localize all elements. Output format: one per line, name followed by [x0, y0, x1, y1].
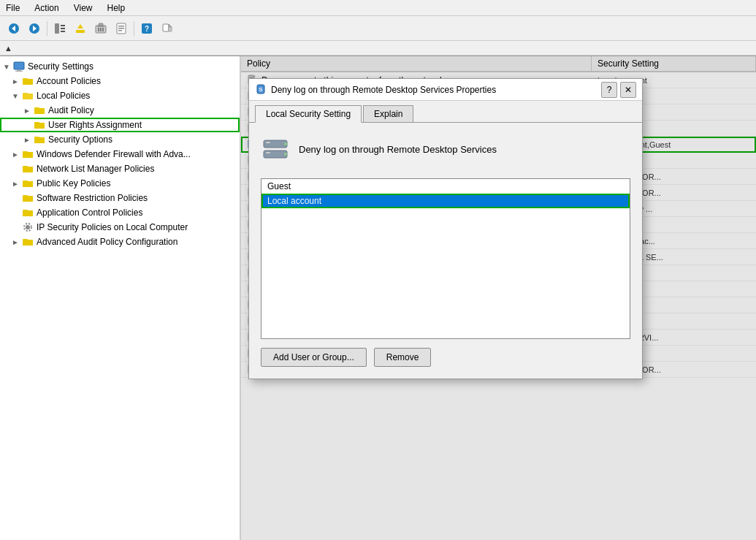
svg-rect-24	[169, 27, 172, 31]
menu-help[interactable]: Help	[104, 1, 129, 15]
tree-item-local-policies[interactable]: ▼ Local Policies	[0, 88, 240, 103]
show-hide-button[interactable]	[50, 19, 69, 38]
svg-text:S: S	[259, 86, 263, 93]
menu-action[interactable]: Action	[31, 1, 61, 15]
menu-view[interactable]: View	[71, 1, 96, 15]
tree-item-firewall[interactable]: ► Windows Defender Firewall with Adva...	[0, 147, 240, 161]
tree-item-ip-security[interactable]: IP Security Policies on Local Computer	[0, 220, 240, 235]
svg-rect-4	[55, 23, 59, 34]
address-bar: ▲	[0, 41, 756, 56]
modal-titlebar: S Deny log on through Remote Desktop Ser…	[249, 79, 642, 101]
tree-item-user-rights[interactable]: User Rights Assignment	[0, 118, 240, 132]
svg-rect-18	[118, 28, 124, 29]
svg-rect-72	[264, 140, 287, 148]
modal-policy-name-text: Deny log on through Remote Desktop Servi…	[299, 144, 497, 155]
tree-item-public-key[interactable]: ► Public Key Policies	[0, 176, 240, 191]
main-container: ▼ Security Settings ► Account Policies ▼…	[0, 56, 756, 540]
expand-arrow-firewall: ►	[12, 151, 20, 159]
tree-item-software-restriction[interactable]: Software Restriction Policies	[0, 191, 240, 205]
help-button[interactable]: ?	[137, 19, 156, 38]
modal-list-item-guest[interactable]: Guest	[261, 179, 630, 194]
tree-label-account-policies: Account Policies	[37, 76, 101, 86]
svg-rect-36	[23, 166, 28, 167]
shield-icon: S	[255, 84, 267, 96]
modal-close-button[interactable]: ✕	[620, 82, 636, 98]
tree-item-network-list[interactable]: Network List Manager Policies	[0, 161, 240, 176]
svg-rect-32	[34, 107, 39, 109]
svg-rect-35	[23, 151, 28, 153]
svg-rect-22	[163, 24, 169, 31]
folder-icon-software	[22, 192, 34, 204]
up-button[interactable]	[71, 19, 90, 38]
tab-explain[interactable]: Explain	[363, 105, 413, 122]
svg-rect-19	[118, 30, 122, 31]
tree-item-security-options[interactable]: ► Security Options	[0, 132, 240, 147]
tree-label-user-rights: User Rights Assignment	[48, 120, 142, 130]
modal-policy-header: Deny log on through Remote Desktop Servi…	[261, 134, 630, 164]
forward-button[interactable]	[25, 19, 44, 38]
modal-help-button[interactable]: ?	[601, 82, 617, 98]
svg-rect-33	[34, 122, 39, 123]
menu-file[interactable]: File	[3, 1, 23, 15]
svg-point-40	[26, 225, 30, 229]
properties-button[interactable]	[112, 19, 131, 38]
svg-rect-8	[76, 30, 85, 33]
toolbar-separator-2	[134, 21, 134, 36]
folder-icon-app-control	[22, 207, 34, 218]
tree-item-advanced-audit[interactable]: ► Advanced Audit Policy Configuration	[0, 235, 240, 249]
tree-label-ip-security: IP Security Policies on Local Computer	[37, 222, 188, 232]
add-user-group-button[interactable]: Add User or Group...	[261, 348, 367, 367]
svg-rect-6	[61, 28, 65, 29]
delete-button[interactable]	[91, 19, 110, 38]
svg-rect-27	[14, 62, 24, 69]
expand-arrow-user-rights	[23, 121, 32, 129]
modal-body: Deny log on through Remote Desktop Servi…	[249, 123, 642, 379]
tree-item-audit-policy[interactable]: ► Audit Policy	[0, 103, 240, 118]
svg-rect-38	[23, 195, 28, 197]
tree-label-security-settings: Security Settings	[28, 61, 93, 72]
modal-overlay: S Deny log on through Remote Desktop Ser…	[241, 56, 756, 540]
tree-item-security-settings[interactable]: ▼ Security Settings	[0, 59, 240, 74]
modal-list-item-local-account[interactable]: Local account	[261, 194, 630, 208]
expand-arrow-audit: ►	[23, 107, 32, 115]
svg-marker-9	[77, 24, 83, 28]
svg-rect-29	[15, 71, 23, 72]
tree-label-public-key: Public Key Policies	[37, 178, 110, 189]
folder-icon-network-list	[22, 163, 34, 175]
menu-bar: File Action View Help	[0, 0, 756, 16]
export-button[interactable]	[158, 19, 177, 38]
svg-rect-5	[61, 25, 65, 26]
svg-marker-23	[169, 24, 172, 27]
svg-text:?: ?	[145, 25, 149, 33]
gear-icon-ip-security	[22, 221, 34, 233]
expand-arrow-network-list	[12, 165, 20, 173]
modal-window: S Deny log on through Remote Desktop Ser…	[248, 78, 643, 379]
expand-arrow-software	[12, 194, 20, 202]
modal-list-box[interactable]: Guest Local account	[261, 178, 630, 339]
svg-point-73	[284, 142, 287, 145]
expand-arrow-advanced-audit: ►	[12, 238, 20, 246]
expand-arrow-account: ►	[12, 77, 20, 85]
svg-rect-39	[23, 210, 28, 211]
server-icon	[261, 134, 290, 164]
remove-button[interactable]: Remove	[374, 348, 432, 367]
tree-item-app-control[interactable]: Application Control Policies	[0, 205, 240, 220]
expand-arrow-security-options: ►	[23, 136, 32, 144]
tree-label-advanced-audit: Advanced Audit Policy Configuration	[37, 237, 177, 247]
svg-rect-74	[264, 151, 287, 158]
tree-item-account-policies[interactable]: ► Account Policies	[0, 74, 240, 88]
folder-icon-advanced-audit	[22, 236, 34, 248]
folder-icon-account	[22, 75, 34, 87]
svg-point-75	[284, 153, 287, 156]
tab-local-security-setting[interactable]: Local Security Setting	[255, 105, 362, 123]
expand-arrow-local: ▼	[12, 92, 20, 100]
tree-panel: ▼ Security Settings ► Account Policies ▼…	[0, 56, 241, 540]
folder-icon-user-rights	[34, 119, 45, 131]
back-button[interactable]	[4, 19, 23, 38]
modal-actions: Add User or Group... Remove	[261, 348, 630, 367]
svg-rect-42	[23, 239, 28, 240]
expand-arrow-app-control	[12, 209, 20, 217]
svg-rect-7	[61, 31, 65, 32]
tree-label-audit-policy: Audit Policy	[48, 105, 94, 115]
svg-rect-37	[23, 180, 28, 182]
